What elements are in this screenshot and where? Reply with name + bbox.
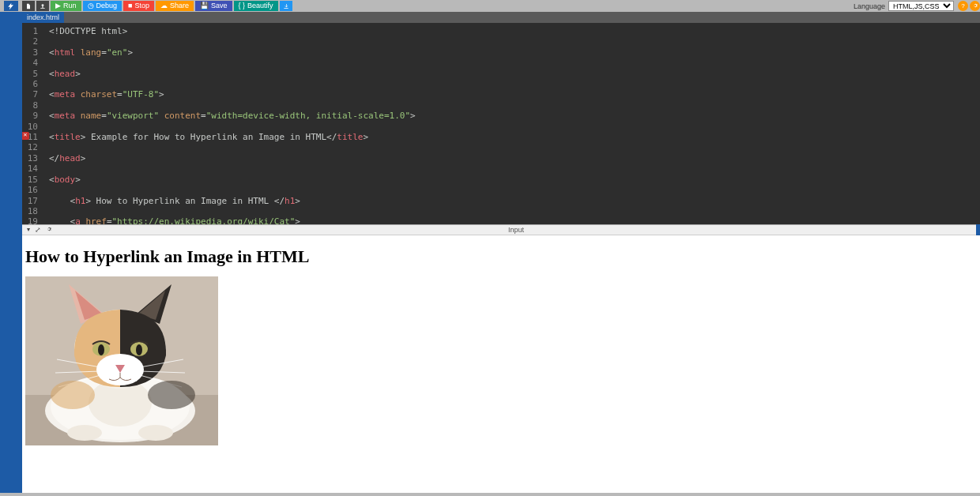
pane-divider[interactable]: ▾ ⤢ Input <box>22 224 980 235</box>
preview-image <box>25 276 218 445</box>
file-tab-label: index.html <box>27 13 59 21</box>
debug-button[interactable]: ◷ Debug <box>83 1 122 11</box>
status-bar <box>0 493 980 496</box>
expand-pane-icon[interactable]: ⤢ <box>35 226 41 234</box>
share-button[interactable]: ☁ Share <box>156 1 194 11</box>
braces-icon: { } <box>239 1 246 11</box>
svg-point-16 <box>98 344 104 355</box>
new-file-button[interactable] <box>22 1 35 11</box>
svg-point-5 <box>138 425 173 441</box>
svg-point-25 <box>148 381 195 409</box>
clock-icon: ◷ <box>88 1 94 11</box>
preview-pane: How to Hyperlink an Image in HTML <box>22 235 980 493</box>
save-label: Save <box>211 1 228 11</box>
stop-icon: ■ <box>128 1 132 11</box>
code-editor[interactable]: 12345678910111213141516171819 <!DOCTYPE … <box>22 23 980 224</box>
language-label: Language <box>854 2 885 10</box>
file-tab-bar: index.html <box>22 12 980 23</box>
svg-point-4 <box>67 425 102 441</box>
help-icon: ? <box>961 2 964 9</box>
play-icon: ▶ <box>55 1 61 11</box>
language-selector: Language HTML,JS,CSS <box>854 0 956 12</box>
gear-icon <box>972 2 978 10</box>
line-number-gutter: 12345678910111213141516171819 <box>22 23 41 224</box>
run-label: Run <box>63 1 77 11</box>
stop-button[interactable]: ■ Stop <box>123 1 154 11</box>
svg-point-17 <box>136 344 142 355</box>
download-button[interactable] <box>280 1 292 11</box>
save-button[interactable]: 💾 Save <box>195 1 232 11</box>
bolt-icon <box>4 1 18 11</box>
svg-point-24 <box>51 381 95 409</box>
share-label: Share <box>170 1 189 11</box>
code-lines[interactable]: <!DOCTYPE html> <html lang="en"> <head> … <box>44 23 980 224</box>
collapse-pane-icon[interactable]: ▾ <box>27 226 30 234</box>
language-select[interactable]: HTML,JS,CSS <box>888 1 954 11</box>
beautify-label: Beautify <box>247 1 273 11</box>
stop-label: Stop <box>134 1 149 11</box>
upload-button[interactable] <box>36 1 49 11</box>
top-toolbar: ▶ Run ◷ Debug ■ Stop ☁ Share 💾 Save { } … <box>0 0 980 12</box>
right-strip <box>976 224 980 235</box>
site-logo[interactable] <box>0 0 22 12</box>
save-icon: 💾 <box>200 1 209 11</box>
share-icon: ☁ <box>160 1 168 11</box>
beautify-button[interactable]: { } Beautify <box>234 1 278 11</box>
pane-label: Input <box>52 226 980 234</box>
debug-label: Debug <box>96 1 118 11</box>
run-button[interactable]: ▶ Run <box>51 1 81 11</box>
preview-heading: How to Hyperlink an Image in HTML <box>25 246 977 267</box>
help-button[interactable]: ? <box>958 1 968 11</box>
preview-image-link[interactable] <box>25 276 218 445</box>
left-sidebar <box>0 12 22 493</box>
pane-settings-icon[interactable] <box>46 226 52 234</box>
settings-button[interactable] <box>970 1 980 11</box>
file-tab-index[interactable]: index.html <box>22 12 65 23</box>
